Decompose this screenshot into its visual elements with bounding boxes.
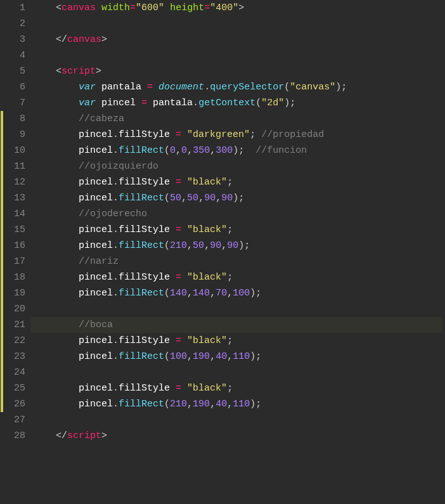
code-line[interactable]: pincel.fillRect(100,190,40,110); (30, 349, 442, 365)
line-number: 14 (4, 206, 25, 222)
change-marker (1, 174, 3, 190)
change-marker (1, 238, 3, 254)
change-marker (1, 269, 3, 285)
change-marker (1, 349, 3, 365)
change-marker (1, 301, 3, 317)
code-line[interactable]: //boca (30, 317, 442, 333)
code-line[interactable] (30, 301, 442, 317)
change-marker (1, 206, 3, 222)
line-number: 7 (4, 95, 25, 111)
line-number: 9 (4, 127, 25, 143)
line-number: 13 (4, 190, 25, 206)
code-line[interactable]: <canvas width="600" height="400"> (30, 0, 442, 16)
change-marker (1, 396, 3, 412)
line-number: 5 (4, 63, 25, 79)
line-number: 24 (4, 365, 25, 380)
code-line[interactable]: </canvas> (30, 32, 442, 48)
line-number: 15 (4, 222, 25, 238)
code-line[interactable]: //ojoderecho (30, 206, 442, 222)
line-number: 23 (4, 349, 25, 365)
code-area[interactable]: <canvas width="600" height="400"> </canv… (30, 0, 445, 504)
change-marker (1, 158, 3, 174)
code-line[interactable]: pincel.fillRect(140,140,70,100); (30, 285, 442, 301)
line-number: 4 (4, 48, 25, 63)
code-editor[interactable]: 1234567891011121314151617181920212223242… (0, 0, 445, 504)
code-line[interactable]: pincel.fillStyle = "black"; (30, 380, 442, 396)
line-number: 26 (4, 396, 25, 412)
change-marker (1, 190, 3, 206)
line-number: 1 (4, 0, 25, 16)
code-line[interactable]: pincel.fillRect(50,50,90,90); (30, 190, 442, 206)
code-line[interactable] (30, 48, 442, 63)
line-number: 8 (4, 111, 25, 127)
change-marker (1, 222, 3, 238)
line-number: 17 (4, 254, 25, 269)
code-line[interactable]: pincel.fillRect(210,50,90,90); (30, 238, 442, 254)
code-line[interactable] (30, 412, 442, 428)
code-line[interactable]: pincel.fillStyle = "darkgreen"; //propie… (30, 127, 442, 143)
change-marker (1, 380, 3, 396)
line-number: 25 (4, 380, 25, 396)
line-number: 22 (4, 333, 25, 349)
code-line[interactable]: var pincel = pantala.getContext("2d"); (30, 95, 442, 111)
change-marker (1, 254, 3, 269)
change-marker (1, 333, 3, 349)
code-line[interactable]: pincel.fillStyle = "black"; (30, 269, 442, 285)
line-number: 11 (4, 158, 25, 174)
change-marker (1, 111, 3, 127)
code-line[interactable]: var pantala = document.querySelector("ca… (30, 79, 442, 95)
change-marker (1, 127, 3, 143)
change-marker (1, 285, 3, 301)
line-number: 6 (4, 79, 25, 95)
line-number: 16 (4, 238, 25, 254)
line-number: 27 (4, 412, 25, 428)
line-number: 21 (4, 317, 25, 333)
line-number-gutter: 1234567891011121314151617181920212223242… (4, 0, 30, 504)
line-number: 10 (4, 143, 25, 158)
code-line[interactable] (30, 365, 442, 380)
code-line[interactable]: </script> (30, 428, 442, 444)
change-marker (1, 143, 3, 158)
line-number: 19 (4, 285, 25, 301)
line-number: 12 (4, 174, 25, 190)
code-line[interactable]: pincel.fillStyle = "black"; (30, 333, 442, 349)
code-line[interactable]: pincel.fillStyle = "black"; (30, 222, 442, 238)
line-number: 18 (4, 269, 25, 285)
line-number: 3 (4, 32, 25, 48)
code-line[interactable]: <script> (30, 63, 442, 79)
code-line[interactable]: pincel.fillRect(0,0,350,300); //funcion (30, 143, 442, 158)
code-line[interactable] (30, 16, 442, 32)
line-number: 2 (4, 16, 25, 32)
change-marker (1, 317, 3, 333)
code-line[interactable]: pincel.fillStyle = "black"; (30, 174, 442, 190)
code-line[interactable]: pincel.fillRect(210,190,40,110); (30, 396, 442, 412)
change-marker (1, 365, 3, 380)
line-number: 20 (4, 301, 25, 317)
line-number: 28 (4, 428, 25, 444)
code-line[interactable]: //nariz (30, 254, 442, 269)
code-line[interactable]: //cabeza (30, 111, 442, 127)
code-line[interactable]: //ojoizquierdo (30, 158, 442, 174)
